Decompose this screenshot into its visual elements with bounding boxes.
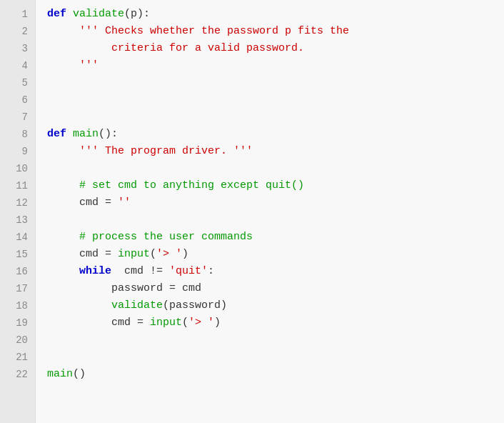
line-number: 4	[0, 57, 35, 74]
token-normal: (password)	[163, 299, 227, 312]
code-line: cmd = ''	[47, 194, 504, 211]
token-normal: cmd =	[47, 248, 118, 260]
code-line	[47, 211, 504, 229]
line-number: 22	[0, 366, 35, 383]
token-comment: # process the user commands	[79, 231, 253, 243]
token-normal: ():	[99, 128, 118, 140]
token-docstring: criteria for a valid password.	[47, 42, 304, 54]
line-number: 13	[0, 211, 35, 229]
line-number: 14	[0, 229, 35, 246]
code-line	[47, 332, 504, 349]
token-fn-call: validate	[111, 299, 163, 312]
code-line	[47, 349, 504, 366]
token-fn-name: validate	[73, 8, 124, 20]
token-kw-def: def	[47, 128, 73, 140]
code-line	[47, 91, 504, 109]
code-line: cmd = input('> ')	[47, 314, 504, 332]
line-number: 15	[0, 246, 35, 263]
token-docstring: ''' The program driver. '''	[79, 145, 253, 157]
token-docstring: '''	[79, 59, 99, 71]
token-normal: cmd !=	[111, 265, 169, 277]
code-line: '''	[47, 57, 504, 74]
line-number: 12	[0, 194, 35, 211]
line-number: 3	[0, 40, 35, 57]
code-line: while cmd != 'quit':	[47, 263, 504, 280]
token-fn-call: input	[150, 317, 182, 329]
line-number: 16	[0, 263, 35, 280]
code-line	[47, 160, 504, 177]
token-normal	[47, 145, 79, 157]
code-line: def main():	[47, 126, 504, 143]
token-normal	[47, 231, 79, 243]
token-kw-def: def	[47, 8, 73, 20]
token-normal	[47, 179, 79, 191]
token-fn-call: input	[118, 248, 150, 260]
token-normal	[47, 25, 79, 37]
token-normal: )	[182, 248, 188, 260]
code-line: ''' Checks whether the password p fits t…	[47, 23, 504, 40]
token-fn-call: main	[47, 368, 73, 380]
code-line: password = cmd	[47, 280, 504, 297]
line-number: 17	[0, 280, 35, 297]
token-string: ''	[118, 196, 131, 209]
token-normal: cmd =	[47, 196, 118, 209]
token-normal: password = cmd	[47, 282, 201, 294]
code-line: criteria for a valid password.	[47, 40, 504, 57]
line-number: 6	[0, 91, 35, 109]
token-kw-while: while	[79, 265, 111, 277]
token-docstring: ''' Checks whether the password p fits t…	[79, 25, 349, 37]
code-line: main()	[47, 366, 504, 383]
token-normal	[47, 299, 111, 312]
line-number: 11	[0, 177, 35, 194]
code-line: # process the user commands	[47, 229, 504, 246]
code-line: def validate(p):	[47, 6, 504, 23]
line-number: 9	[0, 143, 35, 160]
token-fn-name: main	[73, 128, 99, 140]
token-normal: cmd =	[47, 317, 150, 329]
line-numbers: 12345678910111213141516171819202122	[0, 0, 36, 423]
code-line: cmd = input('> ')	[47, 246, 504, 263]
code-line: ''' The program driver. '''	[47, 143, 504, 160]
line-number: 2	[0, 23, 35, 40]
line-number: 18	[0, 297, 35, 314]
code-line	[47, 74, 504, 91]
token-normal: (	[182, 317, 188, 329]
line-number: 10	[0, 160, 35, 177]
token-string: '> '	[188, 317, 214, 329]
code-line	[47, 109, 504, 126]
line-number: 8	[0, 126, 35, 143]
editor-container: 12345678910111213141516171819202122 def …	[0, 0, 504, 423]
line-number: 20	[0, 332, 35, 349]
line-number: 7	[0, 109, 35, 126]
token-normal: (p):	[124, 8, 150, 20]
line-number: 21	[0, 349, 35, 366]
token-string: 'quit'	[169, 265, 208, 277]
token-string: '> '	[156, 248, 182, 260]
code-line: validate(password)	[47, 297, 504, 314]
code-line: # set cmd to anything except quit()	[47, 177, 504, 194]
line-number: 5	[0, 74, 35, 91]
token-comment: # set cmd to anything except quit()	[79, 179, 304, 191]
token-normal: )	[214, 317, 221, 329]
line-number: 19	[0, 314, 35, 332]
line-number: 1	[0, 6, 35, 23]
token-normal: ()	[73, 368, 86, 380]
code-area[interactable]: def validate(p): ''' Checks whether the …	[36, 0, 504, 423]
token-normal: :	[208, 265, 214, 277]
token-normal	[47, 265, 79, 277]
token-normal	[47, 59, 79, 71]
token-normal: (	[150, 248, 156, 260]
